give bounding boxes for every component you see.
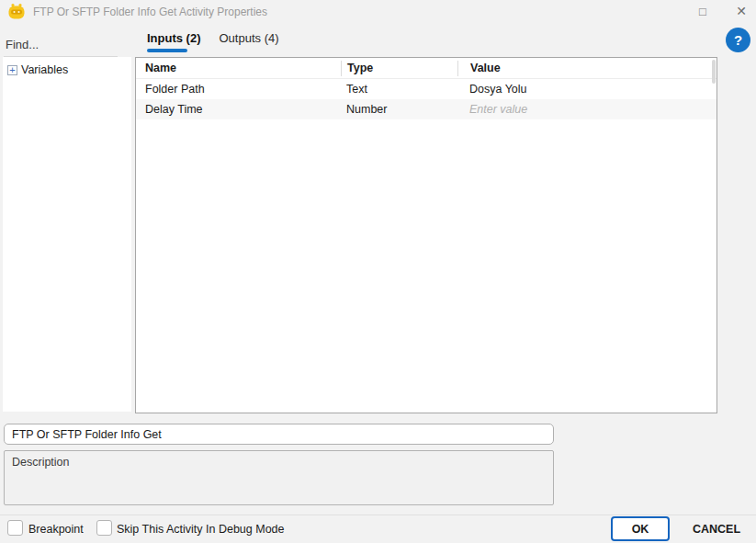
column-header-name[interactable]: Name	[136, 62, 341, 74]
activity-name-input[interactable]	[4, 424, 554, 445]
variables-tree-panel: + Variables	[3, 57, 131, 412]
ok-button[interactable]: OK	[611, 516, 670, 541]
skip-debug-label: Skip This Activity In Debug Mode	[117, 523, 285, 536]
close-icon[interactable]: ✕	[728, 0, 755, 22]
tab-bar: Inputs (2) Outputs (4)	[147, 31, 279, 51]
row-name: Folder Path	[136, 83, 341, 96]
skip-debug-checkbox[interactable]	[96, 520, 112, 536]
app-robot-icon	[7, 3, 26, 20]
row-type: Number	[341, 103, 457, 116]
tab-outputs[interactable]: Outputs (4)	[220, 31, 279, 51]
window-title: FTP Or SFTP Folder Info Get Activity Pro…	[33, 6, 267, 18]
table-row: Folder Path Text Dosya Yolu	[136, 79, 717, 99]
row-type: Text	[341, 83, 457, 96]
question-mark-icon: ?	[734, 32, 742, 48]
expand-plus-icon[interactable]: +	[7, 65, 17, 75]
find-input[interactable]	[4, 33, 118, 57]
cancel-button[interactable]: CANCEL	[684, 516, 749, 541]
tree-item-variables[interactable]: + Variables	[3, 57, 131, 76]
breakpoint-label: Breakpoint	[28, 523, 84, 536]
row-value-input[interactable]: Enter value	[457, 103, 717, 116]
table-row: Delay Time Number Enter value	[136, 99, 717, 119]
grid-header-row: Name Type Value	[136, 58, 717, 79]
row-value-input[interactable]: Dosya Yolu	[457, 83, 717, 96]
maximize-icon[interactable]: □	[689, 0, 717, 22]
row-name: Delay Time	[136, 103, 341, 116]
tree-item-label: Variables	[21, 63, 68, 76]
inputs-grid: Name Type Value Folder Path Text Dosya Y…	[135, 57, 717, 413]
breakpoint-checkbox[interactable]	[7, 520, 23, 536]
footer-bar: Breakpoint Skip This Activity In Debug M…	[0, 515, 756, 543]
help-button[interactable]: ?	[726, 28, 750, 52]
tab-inputs[interactable]: Inputs (2)	[147, 31, 201, 51]
column-header-type[interactable]: Type	[341, 61, 457, 76]
title-bar: FTP Or SFTP Folder Info Get Activity Pro…	[0, 0, 756, 24]
description-textarea[interactable]	[4, 450, 554, 505]
scrollbar-thumb[interactable]	[712, 60, 716, 84]
column-header-value[interactable]: Value	[457, 61, 717, 76]
